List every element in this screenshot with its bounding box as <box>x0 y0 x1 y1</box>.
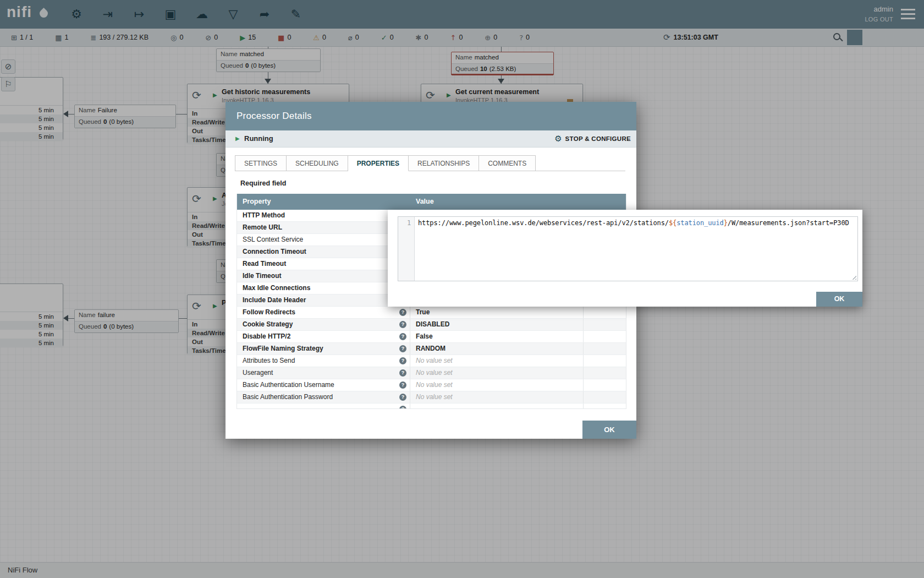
stop-configure-icon: ⚙ <box>554 134 562 144</box>
property-name: Follow Redirects <box>243 308 295 316</box>
help-icon[interactable]: ? <box>399 321 406 328</box>
stop-configure-label: STOP & CONFIGURE <box>565 135 631 142</box>
editor-ok-button[interactable]: OK <box>816 292 862 307</box>
property-name: Remote URL <box>243 223 282 231</box>
property-name: HTTP Method <box>243 211 285 219</box>
property-row[interactable]: Basic Authentication Username?No value s… <box>237 379 626 391</box>
property-value[interactable]: No value set <box>416 381 453 389</box>
help-icon[interactable]: ? <box>399 345 406 352</box>
dialog-status-bar: ▶ Running ⚙ STOP & CONFIGURE <box>226 130 636 148</box>
dialog-header: Processor Details <box>226 102 636 130</box>
property-row[interactable]: Cookie Strategy?DISABLED <box>237 319 626 331</box>
value-editor-popup: 1 https://www.pegelonline.wsv.de/webserv… <box>388 210 862 307</box>
properties-table-header: Property Value <box>237 194 626 210</box>
property-value[interactable]: No value set <box>416 393 453 401</box>
property-name: Useragent <box>243 369 273 377</box>
help-icon[interactable]: ? <box>399 333 406 340</box>
value-column-header: Value <box>410 194 626 210</box>
stop-and-configure-button[interactable]: ⚙ STOP & CONFIGURE <box>554 130 631 147</box>
tab-relationships[interactable]: RELATIONSHIPS <box>409 155 479 171</box>
editor-code[interactable]: https://www.pegelonline.wsv.de/webservic… <box>415 217 857 281</box>
property-name: Read Timeout <box>243 260 286 268</box>
property-row[interactable]: Follow Redirects?True <box>237 307 626 319</box>
property-value[interactable]: True <box>416 308 430 316</box>
required-field-note: Required field <box>240 179 286 187</box>
property-name: Max Idle Connections <box>243 284 310 292</box>
property-row[interactable]: Disable HTTP/2?False <box>237 331 626 343</box>
el-plain-segment: /W/measurements.json?start=P30D <box>728 219 849 227</box>
property-name: Connection Timeout <box>243 248 306 255</box>
property-name: Attributes to Send <box>243 357 295 364</box>
property-row[interactable]: FlowFile Naming Strategy?RANDOM <box>237 343 626 355</box>
property-column-header: Property <box>237 194 410 210</box>
el-bracket-segment: } <box>724 219 728 227</box>
property-row[interactable]: Useragent?No value set <box>237 367 626 379</box>
dialog-ok-button[interactable]: OK <box>582 421 636 439</box>
el-bracket-segment: ${ <box>669 219 676 227</box>
property-row[interactable]: ? <box>237 403 626 409</box>
help-icon[interactable]: ? <box>399 369 406 377</box>
property-value[interactable]: No value set <box>416 369 453 377</box>
dialog-title: Processor Details <box>237 111 312 121</box>
nifi-app: NamematchedQueued0(0 bytes)NamematchedQu… <box>0 0 924 578</box>
property-name: Basic Authentication Password <box>243 393 333 401</box>
el-plain-segment: https://www.pegelonline.wsv.de/webservic… <box>418 219 669 227</box>
property-name: FlowFile Naming Strategy <box>243 345 323 352</box>
help-icon[interactable]: ? <box>399 381 406 389</box>
property-name: Cookie Strategy <box>243 320 293 328</box>
help-icon[interactable]: ? <box>399 309 406 316</box>
tab-scheduling[interactable]: SCHEDULING <box>287 155 348 171</box>
running-status-label: Running <box>244 130 273 147</box>
help-icon[interactable]: ? <box>399 357 406 364</box>
code-editor[interactable]: 1 https://www.pegelonline.wsv.de/webserv… <box>398 216 858 281</box>
editor-line-number: 1 <box>398 217 415 281</box>
property-row[interactable]: Attributes to Send?No value set <box>237 355 626 367</box>
el-attr-segment: station_uuid <box>676 219 724 227</box>
property-name: Idle Timeout <box>243 272 281 280</box>
property-name: Disable HTTP/2 <box>243 332 290 340</box>
tab-properties[interactable]: PROPERTIES <box>348 155 409 171</box>
running-status-icon: ▶ <box>235 130 240 147</box>
dialog-tabs: SETTINGSSCHEDULINGPROPERTIESRELATIONSHIP… <box>235 155 625 171</box>
property-name: SSL Context Service <box>243 236 303 243</box>
property-value[interactable]: No value set <box>416 357 453 364</box>
property-value[interactable]: RANDOM <box>416 345 446 352</box>
property-value[interactable]: DISABLED <box>416 320 449 328</box>
tab-settings[interactable]: SETTINGS <box>235 155 287 171</box>
property-value[interactable]: False <box>416 332 433 340</box>
help-icon[interactable]: ? <box>399 394 406 401</box>
tab-comments[interactable]: COMMENTS <box>479 155 536 171</box>
property-name: Basic Authentication Username <box>243 381 334 389</box>
property-row[interactable]: Basic Authentication Password?No value s… <box>237 391 626 403</box>
property-name: Include Date Header <box>243 296 306 304</box>
help-icon[interactable]: ? <box>399 406 406 409</box>
